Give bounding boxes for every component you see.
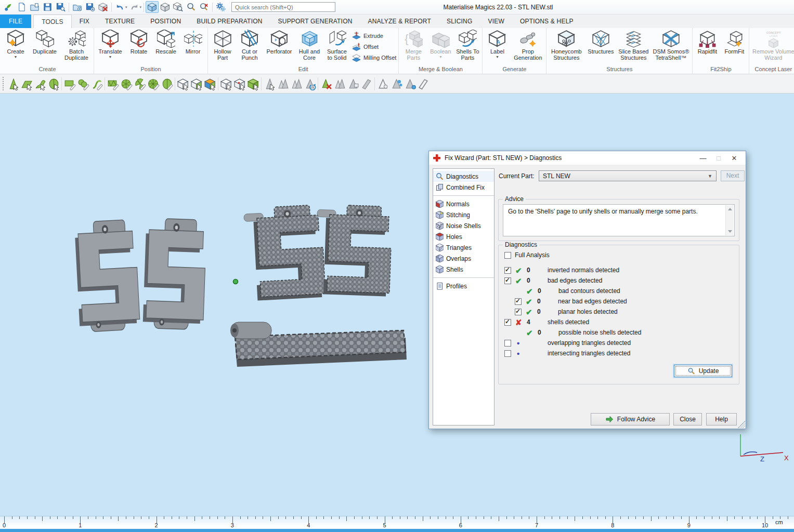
mark-shell-tool[interactable] xyxy=(47,76,60,91)
close-button[interactable]: Close xyxy=(673,413,702,425)
tab-file[interactable]: FILE xyxy=(0,15,31,28)
triangle-info-tool[interactable] xyxy=(263,76,276,91)
diagnostic-checkbox[interactable] xyxy=(504,350,511,357)
rotate-button[interactable]: Rotate xyxy=(125,29,152,55)
mark-triangles-tool[interactable] xyxy=(6,76,20,91)
undo-button[interactable] xyxy=(113,1,126,13)
point-triangle-tool[interactable] xyxy=(376,76,389,91)
box-triangles-tool[interactable] xyxy=(346,76,360,91)
stl-part-textured-beam[interactable] xyxy=(230,322,407,367)
tab-build-preparation[interactable]: BUILD PREPARATION xyxy=(189,15,270,28)
diagnostic-checkbox[interactable] xyxy=(504,319,511,326)
label-button[interactable]: ALabel▼ xyxy=(484,29,511,59)
fix-wizard-titlebar[interactable]: Fix Wizard (Part: STL NEW) > Diagnostics… xyxy=(429,151,746,165)
tab-tools[interactable]: TOOLS xyxy=(33,15,71,28)
advice-scrollbar[interactable] xyxy=(725,205,734,235)
render-view-button[interactable] xyxy=(159,1,172,13)
settings-gears-button[interactable] xyxy=(214,1,227,13)
import-part-button[interactable] xyxy=(71,1,84,13)
curve-selection-tool[interactable] xyxy=(90,76,103,91)
select-part-tool[interactable] xyxy=(176,76,190,91)
merge-parts-button[interactable]: {Merge Parts xyxy=(400,29,427,61)
fix-wizard-nav-noise-shells[interactable]: Noise Shells xyxy=(433,220,494,231)
select-colored-part-tool[interactable] xyxy=(203,76,217,91)
full-analysis-checkbox[interactable] xyxy=(504,252,511,259)
fix-triangles-tool[interactable] xyxy=(389,76,403,91)
sphere-selection-tool[interactable] xyxy=(160,76,174,91)
help-button[interactable]: Help xyxy=(706,413,737,425)
select-shaded-part-tool[interactable] xyxy=(190,76,203,91)
new-document-button[interactable] xyxy=(15,1,28,13)
next-button[interactable]: Next xyxy=(721,170,745,181)
hull-and-core-button[interactable]: Hull and Core xyxy=(295,29,323,61)
current-part-combobox[interactable]: STL NEW ▼ xyxy=(539,170,717,181)
surface-to-solid-button[interactable]: Surface to Solid xyxy=(323,29,350,61)
batch-duplicate-button[interactable]: Batch Duplicate xyxy=(60,29,93,61)
resize-grip[interactable] xyxy=(738,421,745,428)
update-button[interactable]: Update xyxy=(674,365,732,377)
tab-analyze-report[interactable]: ANALYZE & REPORT xyxy=(360,15,439,28)
honeycomb-structures-button[interactable]: Honeycomb Structures xyxy=(548,29,585,61)
scroll-up-icon[interactable] xyxy=(728,208,732,210)
stl-part-smooth-2[interactable] xyxy=(142,218,206,330)
open-part-button[interactable] xyxy=(28,1,41,13)
shells-to-parts-button[interactable]: Shells To Parts xyxy=(454,29,481,61)
fix-wizard-nav-combined-fix[interactable]: Combined Fix xyxy=(433,182,494,193)
update-marked-tool[interactable] xyxy=(303,76,317,91)
fix-wizard-nav-holes[interactable]: Holes xyxy=(433,231,494,242)
pick-part-tool[interactable] xyxy=(219,76,233,91)
perforator-button[interactable]: Perforator xyxy=(263,29,295,55)
frame-plane-tool[interactable] xyxy=(416,76,430,91)
chevron-down-icon[interactable]: ▾ xyxy=(140,5,142,9)
diagnostic-checkbox[interactable] xyxy=(504,340,511,347)
redo-button[interactable] xyxy=(128,1,141,13)
slice-based-structures-button[interactable]: Slice Based Structures xyxy=(616,29,650,61)
mark-surface-tool[interactable] xyxy=(33,76,47,91)
toolbar-drag-handle[interactable] xyxy=(2,77,5,90)
offset-button[interactable]: Offset xyxy=(352,42,396,51)
freeform-selection-tool[interactable] xyxy=(76,76,90,91)
extrude-button[interactable]: Extrude xyxy=(352,31,396,41)
pick-solid-part-tool[interactable] xyxy=(246,76,260,91)
fix-wizard-nav-shells[interactable]: Shells xyxy=(433,264,494,275)
cut-or-punch-button[interactable]: Cut or Punch xyxy=(236,29,263,61)
brush-selection-tool[interactable] xyxy=(120,76,133,91)
prop-generation-button[interactable]: Prop Generation xyxy=(511,29,545,61)
tab-options-help[interactable]: OPTIONS & HELP xyxy=(512,15,581,28)
fix-wizard-nav-normals[interactable]: Normals xyxy=(433,198,494,209)
hollow-part-button[interactable]: Hollow Part xyxy=(209,29,236,61)
mirror-button[interactable]: Mirror xyxy=(179,29,206,55)
smooth-triangle-tool[interactable] xyxy=(403,76,416,91)
rectangle-selection-tool[interactable] xyxy=(63,76,76,91)
maximize-icon[interactable]: □ xyxy=(711,152,726,164)
remove-volume-wizard-button[interactable]: CONCEPTLASERRemove Volume Wizard xyxy=(750,29,794,61)
chevron-down-icon[interactable]: ▾ xyxy=(125,5,127,9)
flip-triangles-tool[interactable] xyxy=(290,76,303,91)
tab-fix[interactable]: FIX xyxy=(72,15,97,28)
fix-wizard-nav-diagnostics[interactable]: Diagnostics xyxy=(433,171,494,182)
tab-support-generation[interactable]: SUPPORT GENERATION xyxy=(270,15,360,28)
pick-marked-part-tool[interactable] xyxy=(233,76,246,91)
diagnostic-checkbox[interactable] xyxy=(515,298,522,305)
mark-plane-tool[interactable] xyxy=(20,76,33,91)
shaded-view-button[interactable] xyxy=(146,1,159,13)
diagnostic-checkbox[interactable] xyxy=(504,277,511,284)
diagnostic-checkbox[interactable] xyxy=(504,267,511,274)
plane-tool[interactable] xyxy=(360,76,373,91)
scroll-down-icon[interactable] xyxy=(728,230,732,233)
unzoom-button[interactable] xyxy=(198,1,211,13)
fix-wizard-nav-stitching[interactable]: Stitching xyxy=(433,209,494,220)
dsm-somos-tetrashell-button[interactable]: DSM Somos® TetraShell™ xyxy=(650,29,691,61)
tab-texture[interactable]: TEXTURE xyxy=(97,15,142,28)
formfit-button[interactable]: FormFit xyxy=(721,29,748,55)
stl-part-textured-2[interactable] xyxy=(315,204,393,297)
disc-selection-tool[interactable] xyxy=(147,76,160,91)
rescale-button[interactable]: Rescale xyxy=(152,29,179,55)
minimize-icon[interactable]: — xyxy=(695,152,711,164)
create-button[interactable]: Create▼ xyxy=(2,29,29,59)
tab-slicing[interactable]: SLICING xyxy=(439,15,480,28)
marked-triangles-tool[interactable] xyxy=(276,76,290,91)
tab-position[interactable]: POSITION xyxy=(142,15,189,28)
zoom-button[interactable] xyxy=(185,1,198,13)
window-selection-tool[interactable] xyxy=(106,76,120,91)
